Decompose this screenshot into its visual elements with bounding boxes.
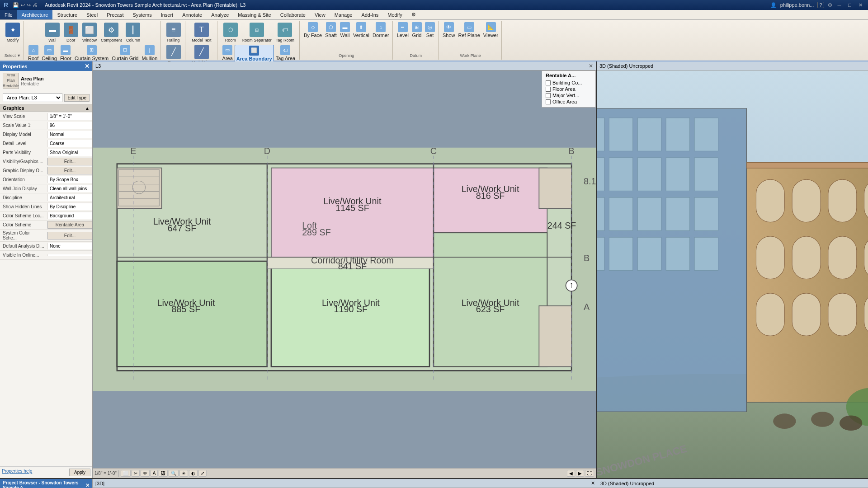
menu-annotate[interactable]: Annotate bbox=[178, 10, 207, 19]
prop-parts-visibility-value[interactable]: Show Original bbox=[47, 149, 92, 156]
roof-button[interactable]: ⌂ Roof bbox=[27, 45, 40, 61]
shaft-button[interactable]: ⬡ Shaft bbox=[324, 22, 338, 38]
view-next-btn[interactable]: ▶ bbox=[576, 470, 584, 477]
view-sun-btn[interactable]: ☀ bbox=[179, 470, 188, 477]
curtain-grid-button[interactable]: ⊟ Curtain Grid bbox=[110, 45, 140, 61]
menu-insert[interactable]: Insert bbox=[156, 10, 178, 19]
view-zoom-btn[interactable]: 🔍 bbox=[169, 470, 179, 477]
properties-help-link[interactable]: Properties help bbox=[2, 469, 32, 476]
properties-close-button[interactable]: ✕ bbox=[85, 63, 90, 70]
area-button[interactable]: ▭ Area bbox=[221, 45, 234, 62]
minimize-btn[interactable]: ─ bbox=[836, 2, 843, 8]
graphics-section-header[interactable]: Graphics ▲ bbox=[0, 104, 92, 112]
tag-area-button[interactable]: 🏷 Tag Area bbox=[274, 45, 297, 62]
prop-visibility-graphics-btn[interactable]: Edit... bbox=[47, 158, 92, 165]
rentable-checkbox-major[interactable] bbox=[546, 93, 551, 98]
settings-icon[interactable]: ⚙ bbox=[828, 2, 832, 8]
door-button[interactable]: 🚪 Door bbox=[62, 22, 80, 44]
dormer-button[interactable]: ⌂ Dormer bbox=[371, 22, 391, 38]
view-hide-btn[interactable]: 👁 bbox=[141, 470, 150, 477]
wall-button[interactable]: ▬ Wall bbox=[43, 22, 61, 44]
vertical-button[interactable]: ⬆ Vertical bbox=[352, 22, 371, 38]
prop-hidden-lines-value[interactable]: By Discipline bbox=[47, 203, 92, 210]
menu-file[interactable]: File bbox=[0, 10, 17, 19]
menu-massing[interactable]: Massing & Site bbox=[233, 10, 275, 19]
mullion-button[interactable]: | Mullion bbox=[140, 45, 159, 61]
modify-button[interactable]: ✦ Modify bbox=[4, 22, 22, 44]
room-separator-button[interactable]: ⊟ Room Separator bbox=[240, 22, 274, 44]
instance-dropdown[interactable]: Area Plan: L3 bbox=[3, 93, 62, 102]
grid-button[interactable]: ⊞ Grid bbox=[410, 22, 423, 38]
menu-modify[interactable]: Modify bbox=[383, 10, 406, 19]
menu-systems[interactable]: Systems bbox=[128, 10, 156, 19]
menu-structure[interactable]: Structure bbox=[52, 10, 82, 19]
menu-architecture[interactable]: Architecture bbox=[17, 10, 53, 19]
room-button[interactable]: ⬡ Room bbox=[222, 22, 240, 44]
floor-plan-canvas[interactable]: E D C B 8.1 B A Live/Work Unit 647 SF Li… bbox=[93, 70, 596, 468]
ref-plane-button[interactable]: ▭ Ref Plane bbox=[457, 22, 481, 38]
prop-discipline-value[interactable]: Architectural bbox=[47, 194, 92, 201]
window-button[interactable]: ⬜ Window bbox=[80, 22, 99, 44]
prop-color-scheme-btn[interactable]: Rentable Area bbox=[47, 221, 92, 229]
prop-color-scheme-loc-value[interactable]: Background bbox=[47, 212, 92, 219]
menu-options[interactable]: ⚙ bbox=[407, 10, 420, 19]
menu-manage[interactable]: Manage bbox=[330, 10, 357, 19]
show-button[interactable]: 👁 Show bbox=[441, 22, 457, 38]
ceiling-button[interactable]: ▭ Ceiling bbox=[40, 45, 58, 61]
by-face-button[interactable]: ◇ By Face bbox=[302, 22, 323, 38]
railing-button[interactable]: ≡ Railing bbox=[165, 22, 183, 44]
set-button[interactable]: ◎ Set bbox=[424, 22, 436, 38]
view-shadows-btn[interactable]: ◐ bbox=[189, 470, 198, 477]
floor-button[interactable]: ▬ Floor bbox=[59, 45, 73, 61]
save-icon[interactable]: 💾 bbox=[13, 2, 19, 8]
level-button[interactable]: ━ Level bbox=[396, 22, 410, 38]
menu-precast[interactable]: Precast bbox=[102, 10, 128, 19]
menu-analyze[interactable]: Analyze bbox=[207, 10, 233, 19]
model-text-button[interactable]: T Model Text bbox=[190, 22, 213, 44]
rentable-checkbox-building[interactable] bbox=[546, 80, 551, 85]
pb-close-button[interactable]: ✕ bbox=[85, 483, 90, 488]
prop-scale-value-value[interactable]: 96 bbox=[47, 122, 92, 129]
prop-visible-online-value[interactable] bbox=[47, 254, 92, 256]
edit-type-button[interactable]: Edit Type bbox=[64, 94, 90, 102]
column-button[interactable]: ║ Column bbox=[124, 22, 142, 44]
undo-icon[interactable]: ↩ bbox=[21, 2, 25, 8]
prop-wall-join-value[interactable]: Clean all wall joins bbox=[47, 185, 92, 192]
view-render-btn[interactable]: 🖼 bbox=[159, 470, 168, 477]
internal-view-close[interactable]: ✕ bbox=[591, 480, 595, 486]
area-boundary-button[interactable]: ⬜ Area Boundary bbox=[235, 45, 274, 62]
menu-steel[interactable]: Steel bbox=[82, 10, 102, 19]
view-crop-btn[interactable]: ✂ bbox=[132, 470, 140, 477]
prop-system-color-btn[interactable]: Edit... bbox=[47, 232, 92, 239]
apply-button[interactable]: Apply bbox=[69, 469, 90, 476]
view-2d-btn[interactable]: ⬜ bbox=[121, 470, 131, 477]
view-prev-btn[interactable]: ◀ bbox=[567, 470, 575, 477]
tag-room-button[interactable]: 🏷 Tag Room bbox=[274, 22, 296, 44]
maximize-btn[interactable]: □ bbox=[846, 2, 853, 8]
wall-opening-button[interactable]: ▬ Wall bbox=[339, 22, 351, 38]
prop-graphic-display-btn[interactable]: Edit... bbox=[47, 167, 92, 174]
prop-orientation-value[interactable]: By Scope Box bbox=[47, 176, 92, 183]
redo-icon[interactable]: ↪ bbox=[27, 2, 31, 8]
view-annotation-btn[interactable]: A bbox=[151, 470, 158, 477]
prop-detail-level-value[interactable]: Coarse bbox=[47, 140, 92, 147]
prop-view-scale-value[interactable]: 1/8" = 1'-0" bbox=[47, 113, 92, 120]
three-d-canvas[interactable]: SNOWDON PLACE Parking TOP FRONT ↑N bbox=[597, 70, 868, 478]
svg-text:D: D bbox=[264, 146, 270, 156]
print-icon[interactable]: 🖨 bbox=[33, 2, 38, 8]
menu-collaborate[interactable]: Collaborate bbox=[276, 10, 310, 19]
close-btn[interactable]: ✕ bbox=[857, 2, 864, 8]
curtain-system-button[interactable]: ⊞ Curtain System bbox=[73, 45, 110, 61]
viewer-button[interactable]: 📐 Viewer bbox=[482, 22, 500, 38]
prop-display-model-value[interactable]: Normal bbox=[47, 131, 92, 138]
floor-plan-close-button[interactable]: ✕ bbox=[589, 63, 593, 69]
view-maximize-btn[interactable]: ⛶ bbox=[585, 470, 594, 477]
help-icon[interactable]: ? bbox=[817, 2, 824, 8]
prop-default-analysis-value[interactable]: None bbox=[47, 243, 92, 249]
menu-addins[interactable]: Add-Ins bbox=[357, 10, 383, 19]
rentable-checkbox-office[interactable] bbox=[546, 99, 551, 104]
view-expand-btn[interactable]: ⤢ bbox=[198, 470, 207, 477]
rentable-checkbox-floor[interactable] bbox=[546, 87, 551, 92]
menu-view[interactable]: View bbox=[310, 10, 330, 19]
component-button[interactable]: ⚙ Component bbox=[99, 22, 124, 44]
